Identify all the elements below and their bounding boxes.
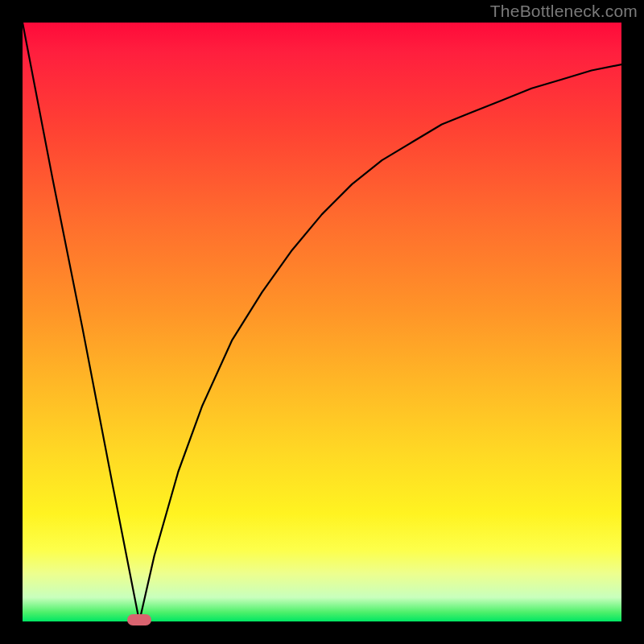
watermark-text: TheBottleneck.com [490, 2, 638, 21]
bottleneck-curve [23, 23, 621, 621]
chart-plot-area [23, 23, 621, 621]
minimum-marker [127, 614, 151, 625]
